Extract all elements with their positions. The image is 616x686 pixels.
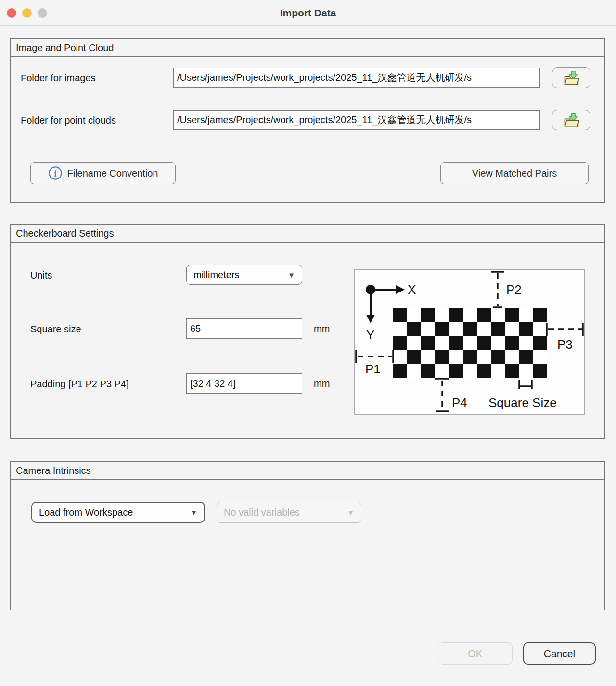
group-camera-intrinsics-title: Camera Intrinsics [11,462,604,480]
intrinsics-variable-dropdown: No valid variables ▼ [217,502,361,523]
folder-images-input[interactable] [173,68,540,88]
folder-images-label: Folder for images [21,68,96,88]
units-label: Units [30,265,52,285]
group-checkerboard-settings: Checkerboard Settings Units millimeters … [10,224,605,439]
folder-pointclouds-input[interactable] [173,110,540,130]
group-camera-intrinsics: Camera Intrinsics Load from Workspace ▼ … [10,461,605,610]
square-size-label: Square size [30,319,81,339]
filename-convention-label: Filename Convention [67,168,158,179]
padding-label: Padding [P1 P2 P3 P4] [30,374,129,394]
info-icon: i [48,166,63,180]
filename-convention-button[interactable]: i Filename Convention [30,162,176,184]
chevron-down-icon: ▼ [190,508,197,517]
p2-dimension [491,272,504,307]
browse-images-button[interactable] [552,67,590,88]
diagram-p2-label: P2 [506,282,522,297]
intrinsics-variable-value: No valid variables [224,507,343,518]
p3-dimension [547,323,583,336]
diagram-p3-label: P3 [557,337,573,352]
diagram-y-label: Y [366,328,374,342]
square-size-input[interactable] [186,318,302,339]
intrinsics-source-dropdown[interactable]: Load from Workspace ▼ [31,502,205,523]
intrinsics-source-value: Load from Workspace [39,507,186,518]
ok-button[interactable]: OK [438,642,513,665]
ok-button-label: OK [468,648,482,660]
diagram-p4-label: P4 [452,395,467,410]
browse-pointclouds-button[interactable] [552,110,590,130]
cancel-button[interactable]: Cancel [523,642,596,665]
diagram-p1-label: P1 [365,362,381,376]
cancel-button-label: Cancel [544,648,575,660]
checkerboard-diagram-svg: X Y P2 P3 [355,270,584,414]
svg-text:i: i [54,169,56,178]
p4-dimension [435,379,449,411]
checkerboard-diagram: X Y P2 P3 [354,269,585,415]
window-title: Import Data [0,0,616,25]
chevron-down-icon: ▼ [288,271,295,279]
titlebar: Import Data [0,0,616,26]
chevron-down-icon: ▼ [347,508,354,517]
padding-input[interactable] [186,373,302,394]
group-image-point-cloud-title: Image and Point Cloud [11,39,604,57]
units-dropdown-value: millimeters [193,269,284,280]
view-matched-pairs-button[interactable]: View Matched Pairs [440,162,589,184]
units-dropdown[interactable]: millimeters ▼ [186,265,302,285]
diagram-x-label: X [408,282,416,297]
open-folder-import-icon [562,112,581,128]
open-folder-import-icon [562,70,581,86]
group-checkerboard-settings-title: Checkerboard Settings [11,225,604,243]
square-size-bracket [519,380,532,389]
square-size-unit: mm [314,318,330,339]
folder-pointclouds-label: Folder for point clouds [21,110,116,130]
group-image-point-cloud: Image and Point Cloud Folder for images … [10,38,605,203]
p1-dimension [356,350,393,363]
padding-unit: mm [314,373,330,394]
diagram-square-size-label: Square Size [488,395,557,410]
checkerboard-pattern [393,308,547,378]
view-matched-pairs-label: View Matched Pairs [472,168,557,179]
